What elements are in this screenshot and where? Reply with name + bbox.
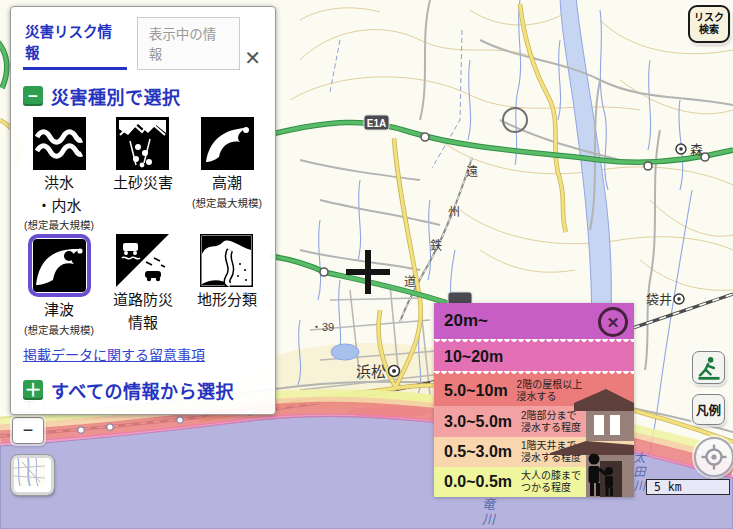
- road-disaster-icon: [116, 234, 169, 287]
- svg-text:道: 道: [404, 275, 416, 289]
- lake: [331, 344, 359, 360]
- river-label-tenryu: 竜川: [478, 498, 497, 528]
- legend-row: 10~20m: [434, 343, 634, 371]
- map-center-crosshair: [365, 250, 371, 294]
- section-select-by-disaster-type[interactable]: − 災害種別で選択: [23, 83, 275, 109]
- minimap-content: [14, 458, 45, 486]
- hazard-flood[interactable]: 洪水 ・内水 (想定最大規模): [24, 117, 94, 232]
- gps-target-icon: [700, 443, 728, 471]
- expand-plus-icon[interactable]: ＋: [23, 380, 43, 400]
- data-notes-link[interactable]: 掲載データに関する留意事項: [23, 344, 263, 364]
- hazard-tsunami[interactable]: 津波 (想定最大規模): [24, 234, 94, 338]
- town-label-mori: 森: [690, 142, 703, 157]
- hazard-landform[interactable]: 地形分類: [197, 234, 257, 338]
- selected-tile-border: [28, 234, 91, 297]
- legend-row: 0.0~0.5m 大人の膝までつかる程度: [434, 467, 634, 497]
- legend-close-icon[interactable]: ✕: [598, 307, 628, 337]
- hazard-sediment[interactable]: 土砂災害: [113, 117, 173, 232]
- legend-row: 3.0~5.0m 2階部分まで浸水する程度: [434, 406, 634, 437]
- section-select-from-all-info[interactable]: ＋ すべての情報から選択: [23, 377, 275, 403]
- running-person-icon: [696, 355, 722, 381]
- collapse-minus-icon[interactable]: −: [23, 86, 43, 106]
- svg-text:遠: 遠: [466, 165, 478, 179]
- svg-text:E1A: E1A: [367, 118, 386, 129]
- legend-row: 20m~ ✕: [434, 303, 634, 339]
- legend-row: 5.0~10m 2階の屋根以上浸水する: [434, 375, 634, 406]
- overview-minimap[interactable]: [11, 455, 54, 495]
- storm-surge-icon: [201, 117, 254, 170]
- panel-close-icon[interactable]: ✕: [240, 46, 265, 70]
- hazard-map-app: 森 袋井 浜松 ・39 遠 州 鉄 道 E1A 太田川 竜川 ＋ 災害リスク情報…: [0, 0, 733, 529]
- hazard-road-disaster[interactable]: 道路防災 情報: [113, 234, 173, 338]
- spot-elevation-label: ・39: [311, 321, 334, 333]
- expressway-badge-e1a: E1A: [364, 115, 389, 130]
- tsunami-depth-legend: 20m~ ✕ 10~20m 5.0~10m 2階の屋根以上浸水する 3.0~5.…: [434, 303, 634, 497]
- section-title: 災害種別で選択: [51, 83, 181, 109]
- disaster-risk-panel: 災害リスク情報 表示中の情報 ✕ − 災害種別で選択 洪水 ・内水 (想定最大規…: [10, 6, 276, 415]
- tab-disaster-risk-info[interactable]: 災害リスク情報: [23, 16, 127, 70]
- flood-icon: [33, 117, 86, 170]
- section-title: すべての情報から選択: [51, 377, 234, 403]
- tab-displayed-info[interactable]: 表示中の情報: [137, 17, 241, 70]
- current-location-button[interactable]: [694, 437, 733, 477]
- risk-search-button[interactable]: リスク 検索: [688, 5, 730, 43]
- town-label-fukuroi: 袋井: [646, 292, 672, 307]
- svg-text:州: 州: [448, 205, 460, 219]
- zoom-out-button[interactable]: −: [12, 417, 44, 444]
- legend-toggle-button[interactable]: 凡例: [692, 394, 725, 425]
- town-label-hamamatsu: 浜松: [356, 363, 386, 380]
- scale-bar: 5 km: [646, 479, 730, 495]
- tsunami-icon: [33, 239, 86, 292]
- sediment-icon: [116, 117, 169, 170]
- hazard-storm-surge[interactable]: 高潮 (想定最大規模): [192, 117, 262, 232]
- legend-row: 0.5~3.0m 1階天井まで浸水する程度: [434, 437, 634, 467]
- evacuation-site-button[interactable]: [692, 351, 725, 384]
- svg-text:鉄: 鉄: [430, 238, 442, 253]
- hazard-type-grid: 洪水 ・内水 (想定最大規模) 土砂災害: [11, 117, 275, 340]
- panel-tabs: 災害リスク情報 表示中の情報 ✕: [11, 7, 275, 70]
- landform-icon: [200, 234, 253, 287]
